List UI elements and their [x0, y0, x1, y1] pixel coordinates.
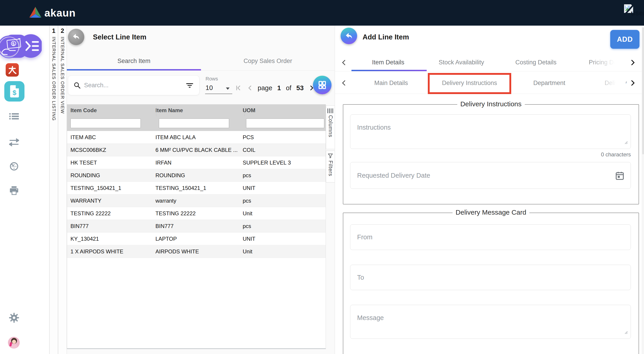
- table-row[interactable]: HK TESETIRFANSUPPLER LEVEL 3: [67, 156, 326, 169]
- list-icon[interactable]: [9, 113, 19, 120]
- grid-view-button[interactable]: [313, 76, 332, 94]
- columns-tab-label: Columns: [328, 115, 334, 137]
- delivery-message-card-section: Delivery Message Card: [343, 212, 639, 354]
- table-cell: WARRANTY: [67, 198, 156, 204]
- column-header-uom[interactable]: UOM: [243, 107, 326, 114]
- tab-costing-details[interactable]: Costing Details: [515, 59, 556, 66]
- scrollbar-thumb[interactable]: [642, 28, 644, 154]
- add-button[interactable]: ADD: [610, 30, 640, 49]
- svg-text:$: $: [12, 89, 16, 96]
- dms-app-icon[interactable]: [6, 63, 19, 76]
- instructions-textarea[interactable]: [350, 114, 631, 149]
- active-tab-indicator: [352, 70, 427, 71]
- table-row[interactable]: WARRANTYwarrantypcs: [67, 194, 326, 207]
- table-cell: pcs: [243, 223, 326, 229]
- calendar-icon[interactable]: [615, 171, 624, 181]
- subtabs-scroll-right-icon[interactable]: [630, 80, 636, 86]
- table-cell: MCSC006BKZ: [67, 147, 156, 153]
- columns-side-tab[interactable]: Columns: [326, 106, 335, 149]
- tabs-scroll-left-icon[interactable]: [341, 59, 347, 66]
- prev-page-icon[interactable]: [247, 84, 253, 91]
- from-input[interactable]: [350, 224, 631, 250]
- items-table: Item Code Item Name UOM ITEM ABCITEM ABC…: [67, 104, 326, 349]
- table-filter-row: [67, 116, 326, 131]
- page-total: 53: [296, 84, 304, 92]
- column-header-item-code[interactable]: Item Code: [67, 107, 156, 114]
- table-cell: HK TESET: [67, 160, 156, 166]
- table-cell: TESTING 22222: [156, 210, 243, 217]
- table-cell: Unit: [243, 210, 326, 217]
- rows-per-page-value[interactable]: 10: [206, 84, 213, 92]
- table-cell: PCS: [243, 134, 326, 140]
- section-legend: Delivery Instructions: [457, 100, 524, 108]
- timer-icon[interactable]: [9, 162, 19, 171]
- search-input[interactable]: [84, 82, 186, 89]
- vertical-scrollbar[interactable]: [642, 26, 644, 354]
- table-cell: ROUNDING: [67, 172, 156, 178]
- swap-arrows-icon[interactable]: [9, 138, 19, 147]
- subtab-department[interactable]: Department: [533, 80, 565, 86]
- page-word: page: [258, 84, 272, 92]
- filter-list-icon[interactable]: [186, 82, 194, 89]
- left-panel-tabs: Search Item Copy Sales Order: [67, 52, 335, 71]
- requested-delivery-date-input[interactable]: [350, 162, 631, 189]
- tab-search-item[interactable]: Search Item: [118, 58, 150, 64]
- table-cell: ROUNDING: [156, 172, 243, 178]
- subtab-delivery[interactable]: Delivery: [604, 80, 627, 86]
- back-button[interactable]: [68, 29, 84, 45]
- table-cell: SUPPLER LEVEL 3: [243, 160, 326, 166]
- cash-payment-widget[interactable]: $: [0, 33, 42, 60]
- table-row[interactable]: MCSC006BKZ6 MM² CU/PVC BLACK CABLE ...CO…: [67, 144, 326, 156]
- table-cell: BIN777: [67, 223, 156, 229]
- filters-side-tab[interactable]: Filters: [326, 151, 335, 182]
- back-arrow-icon: [72, 34, 80, 40]
- table-row[interactable]: BIN777BIN777pcs: [67, 220, 326, 232]
- table-cell: BIN777: [156, 223, 243, 229]
- vertical-tab-index: 2: [61, 28, 64, 34]
- search-box: [68, 76, 200, 95]
- character-counter: 0 characters: [601, 152, 631, 158]
- table-cell: IRFAN: [156, 160, 243, 166]
- table-row[interactable]: TESTING 22222TESTING 22222Unit: [67, 207, 326, 220]
- table-cell: warranty: [156, 198, 243, 204]
- subtabs-scroll-left-icon[interactable]: [341, 80, 347, 86]
- filter-input-uom[interactable]: [246, 118, 324, 128]
- dropdown-caret-icon[interactable]: [226, 87, 230, 90]
- vertical-tab-internal-sales-order-view[interactable]: 2 INTERNAL SALES ORDER VIEW: [58, 26, 67, 354]
- printer-icon[interactable]: [9, 186, 19, 196]
- table-row[interactable]: ROUNDINGROUNDINGpcs: [67, 169, 326, 182]
- settings-gear-icon[interactable]: [9, 312, 19, 323]
- table-cell: KY_130421: [67, 236, 156, 242]
- first-page-icon[interactable]: [235, 84, 242, 91]
- subtab-main-details[interactable]: Main Details: [374, 80, 408, 86]
- akaun-logo-icon: [29, 6, 42, 19]
- table-row[interactable]: KY_130421LAPTOPUNIT: [67, 232, 326, 245]
- tab-item-details[interactable]: Item Details: [372, 59, 404, 66]
- vertical-tab-label: INTERNAL SALES ORDER LISTING: [51, 37, 56, 121]
- tab-stock-availability[interactable]: Stock Availability: [439, 59, 484, 66]
- table-row[interactable]: TESTING_150421_1TESTING_150421_1UNIT: [67, 182, 326, 194]
- table-cell: TESTING 22222: [67, 210, 156, 217]
- column-header-item-name[interactable]: Item Name: [156, 107, 243, 114]
- message-textarea[interactable]: [350, 305, 631, 339]
- table-cell: AIRPODS WHITE: [156, 248, 243, 255]
- filter-input-item-code[interactable]: [70, 118, 141, 128]
- tab-pricing-details[interactable]: Pricing Detai: [589, 59, 624, 66]
- table-row[interactable]: 1 X AIRPODS WHITEAIRPODS WHITEUnit: [67, 245, 326, 258]
- vertical-tab-internal-sales-order-listing[interactable]: 1 INTERNAL SALES ORDER LISTING: [50, 26, 58, 354]
- table-cell: Unit: [243, 248, 326, 255]
- search-icon: [74, 82, 81, 89]
- tab-copy-sales-order[interactable]: Copy Sales Order: [244, 58, 292, 64]
- tabs-scroll-right-icon[interactable]: [630, 59, 636, 66]
- panel-title: Select Line Item: [93, 33, 146, 41]
- filter-input-item-name[interactable]: [159, 118, 229, 128]
- user-avatar-alt-text[interactable]: user: [631, 9, 644, 17]
- back-button[interactable]: [340, 28, 357, 44]
- to-input[interactable]: [350, 265, 631, 290]
- page-current: 1: [277, 84, 281, 92]
- user-avatar[interactable]: [8, 337, 20, 348]
- table-row[interactable]: ITEM ABCITEM ABC LALAPCS: [67, 131, 326, 144]
- billing-app-icon[interactable]: $: [4, 81, 24, 102]
- panel-title: Add Line Item: [362, 33, 409, 41]
- dollar-document-icon: $: [10, 85, 20, 98]
